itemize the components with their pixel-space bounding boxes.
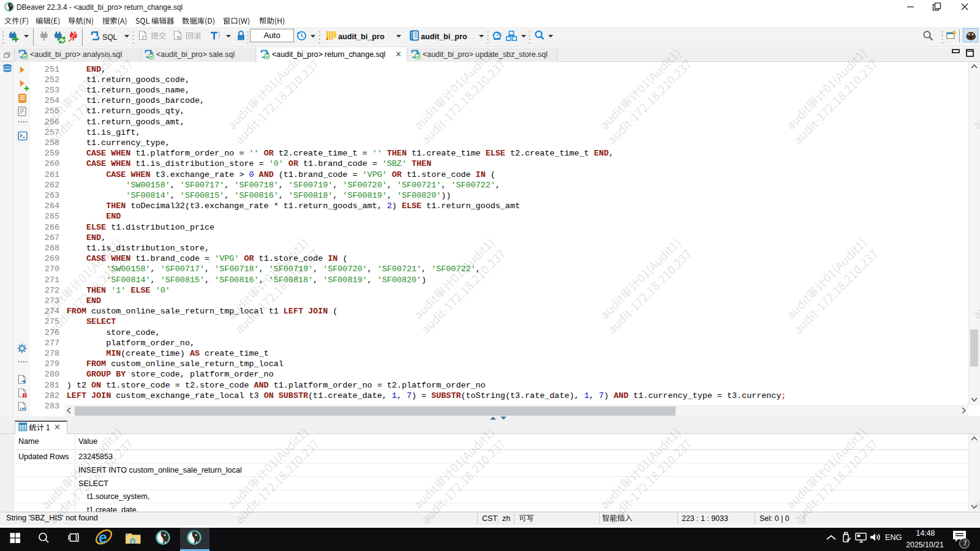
svg-text:e: e <box>99 529 107 546</box>
